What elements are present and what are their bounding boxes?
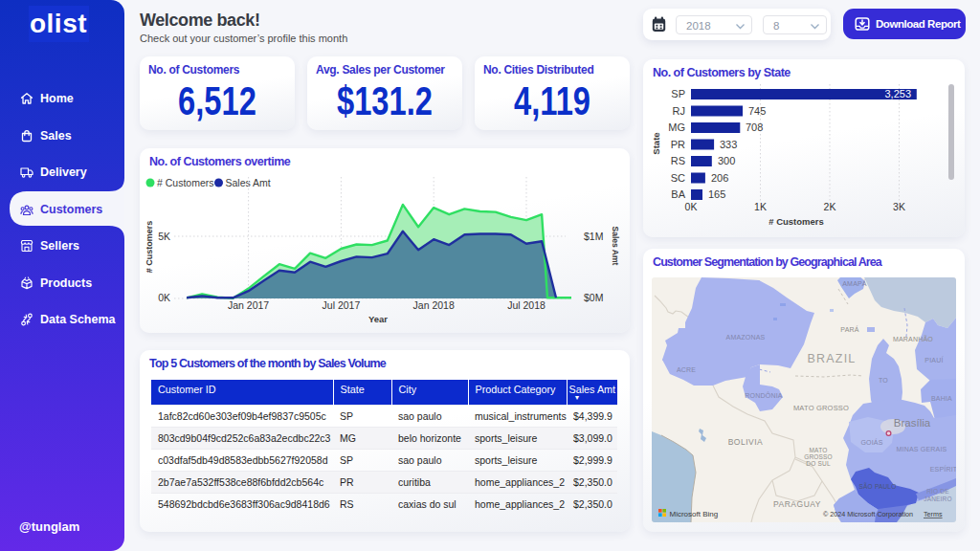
svg-text:MATO GROSSO: MATO GROSSO [793, 404, 849, 412]
svg-text:300: 300 [718, 155, 735, 166]
svg-text:Sales Amt: Sales Amt [611, 227, 620, 266]
svg-text:GOIÁS: GOIÁS [860, 438, 882, 446]
svg-text:708: 708 [746, 121, 763, 133]
svg-text:RONDÔNIA: RONDÔNIA [745, 391, 782, 399]
svg-text:PR: PR [671, 139, 685, 150]
svg-text:GROSSO: GROSSO [804, 453, 833, 460]
svg-text:# Customers: # Customers [145, 221, 154, 274]
svg-text:MATO: MATO [810, 447, 828, 453]
svg-text:Brasília: Brasília [894, 417, 931, 429]
svg-text:MINAS GERAIS: MINAS GERAIS [897, 446, 947, 452]
svg-text:$0M: $0M [584, 292, 603, 303]
svg-text:Jan 2017: Jan 2017 [228, 299, 269, 311]
svg-text:206: 206 [711, 172, 728, 184]
svg-text:AMAZONAS: AMAZONAS [726, 334, 766, 341]
svg-text:SC: SC [671, 172, 685, 184]
svg-text:MARANHÃO: MARANHÃO [893, 335, 933, 342]
svg-text:Microsoft Bing: Microsoft Bing [670, 510, 719, 518]
svg-text:Terms: Terms [924, 510, 943, 518]
svg-text:SP: SP [671, 88, 685, 99]
svg-text:1K: 1K [754, 201, 767, 212]
svg-text:State: State [651, 132, 661, 154]
svg-text:PARAGUAY: PARAGUAY [773, 499, 821, 509]
svg-text:Year: Year [368, 314, 388, 324]
svg-text:BOLIVIA: BOLIVIA [728, 437, 764, 447]
svg-text:PARÁ: PARÁ [840, 325, 858, 333]
svg-text:© 2024 Microsoft Corporation: © 2024 Microsoft Corporation [823, 510, 913, 518]
svg-text:Jul 2017: Jul 2017 [323, 299, 361, 311]
svg-text:BA: BA [671, 188, 685, 200]
svg-text:SÃO PAULO: SÃO PAULO [859, 482, 897, 490]
svg-text:5K: 5K [158, 231, 170, 242]
svg-text:3K: 3K [893, 201, 905, 212]
svg-text:ESPÍRIT: ESPÍRIT [930, 465, 956, 473]
svg-text:ACRE: ACRE [677, 366, 696, 373]
svg-text:Sales Amt: Sales Amt [226, 177, 271, 188]
svg-text:Jul 2018: Jul 2018 [507, 299, 546, 311]
svg-text:RJ: RJ [673, 105, 685, 117]
svg-text:# Customers: # Customers [768, 216, 824, 227]
svg-text:TO: TO [879, 377, 888, 384]
svg-text:BAHIA: BAHIA [931, 395, 952, 402]
svg-text:2K: 2K [824, 201, 836, 212]
svg-text:PIAUÍ: PIAUÍ [924, 356, 943, 364]
svg-text:# Customers: # Customers [157, 177, 214, 188]
svg-text:RIO DE: RIO DE [926, 488, 949, 495]
svg-text:745: 745 [748, 105, 766, 117]
svg-text:0K: 0K [685, 201, 698, 212]
svg-text:165: 165 [708, 188, 725, 200]
svg-text:0K: 0K [158, 292, 170, 303]
svg-text:DO SUL: DO SUL [806, 460, 831, 467]
svg-text:JANEIRO: JANEIRO [924, 496, 952, 502]
svg-text:MG: MG [668, 121, 685, 133]
svg-text:RS: RS [671, 155, 685, 166]
svg-text:AMAPÁ: AMAPÁ [842, 279, 867, 287]
svg-text:3,253: 3,253 [884, 88, 911, 99]
svg-text:333: 333 [720, 139, 737, 150]
svg-text:BRAZIL: BRAZIL [808, 352, 857, 365]
svg-text:$1M: $1M [584, 231, 603, 242]
svg-text:Jan 2018: Jan 2018 [413, 299, 455, 311]
